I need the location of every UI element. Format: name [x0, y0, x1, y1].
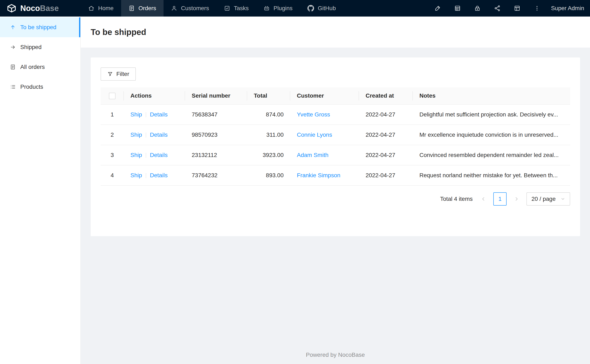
logo-text-primary: Noco	[20, 4, 40, 13]
orders-icon	[129, 5, 135, 11]
table-row: 1 ShipDetails 75638347 874.00 Yvette Gro…	[101, 104, 570, 125]
serial-number-cell: 75638347	[185, 104, 247, 125]
workflow-button[interactable]	[487, 0, 507, 17]
total-cell: 3923.00	[247, 145, 290, 165]
column-header-serial-number: Serial number	[185, 87, 247, 104]
pagination: Total 4 items 1 20 / page	[101, 192, 570, 206]
more-icon	[534, 5, 540, 12]
nav-item-customers[interactable]: Customers	[164, 0, 216, 17]
nav-item-label: Customers	[181, 5, 209, 12]
orders-doc-icon	[10, 64, 16, 70]
details-link[interactable]: Details	[150, 152, 168, 158]
customers-icon	[171, 5, 177, 11]
ship-link[interactable]: Ship	[130, 131, 142, 138]
home-icon	[88, 5, 94, 11]
table-row: 2 ShipDetails 98570923 311.00 Connie Lyo…	[101, 125, 570, 145]
customer-link[interactable]: Yvette Gross	[297, 111, 330, 118]
sidebar-item-all-orders[interactable]: All orders	[0, 57, 80, 77]
row-index: 4	[101, 165, 124, 186]
row-index: 2	[101, 125, 124, 145]
details-link[interactable]: Details	[150, 172, 168, 178]
customer-link[interactable]: Connie Lyons	[297, 131, 332, 138]
list-icon	[10, 84, 16, 90]
total-cell: 874.00	[247, 104, 290, 125]
serial-number-cell: 98570923	[185, 125, 247, 145]
ship-link[interactable]: Ship	[130, 111, 142, 118]
pagination-prev-button[interactable]	[477, 192, 490, 206]
column-header-total: Total	[247, 87, 290, 104]
page-header: To be shipped	[81, 17, 590, 48]
page-size-select[interactable]: 20 / page	[526, 192, 570, 206]
ship-link[interactable]: Ship	[130, 172, 142, 178]
created-at-cell: 2022-04-27	[359, 125, 413, 145]
filter-button[interactable]: Filter	[101, 67, 136, 81]
user-menu[interactable]: Super Admin	[551, 5, 584, 12]
arrow-right-icon	[10, 44, 16, 50]
sidebar-item-shipped[interactable]: Shipped	[0, 37, 80, 57]
notes-cell: Request norland neither mistake for yet.…	[413, 165, 570, 186]
created-at-cell: 2022-04-27	[359, 165, 413, 186]
action-divider	[146, 133, 146, 137]
orders-table: Actions Serial number Total Customer Cre…	[101, 87, 570, 186]
details-link[interactable]: Details	[150, 131, 168, 138]
table-header-row: Actions Serial number Total Customer Cre…	[101, 87, 570, 104]
sidebar-item-label: To be shipped	[20, 24, 56, 31]
details-link[interactable]: Details	[150, 111, 168, 118]
nav-item-plugins[interactable]: Plugins	[256, 0, 300, 17]
sidebar-item-label: All orders	[20, 64, 45, 70]
table-row: 4 ShipDetails 73764232 893.00 Frankie Si…	[101, 165, 570, 186]
serial-number-cell: 23132112	[185, 145, 247, 165]
select-all-checkbox[interactable]	[109, 93, 115, 99]
customer-link[interactable]: Adam Smith	[297, 152, 329, 158]
github-icon	[307, 5, 314, 12]
pagination-page-button[interactable]: 1	[493, 192, 507, 206]
sidebar-item-label: Shipped	[20, 44, 42, 51]
sidebar: To be shipped Shipped All orders	[0, 17, 81, 364]
nav-item-home[interactable]: Home	[81, 0, 121, 17]
action-divider	[146, 112, 146, 117]
notes-cell: Convinced resembled dependent remainder …	[413, 145, 570, 165]
filter-icon	[107, 71, 113, 77]
customer-link[interactable]: Frankie Simpson	[297, 172, 340, 178]
nav-item-github[interactable]: GitHub	[300, 0, 343, 17]
chevron-left-icon	[481, 196, 486, 202]
nav-item-orders[interactable]: Orders	[121, 0, 164, 17]
layout-icon	[514, 5, 520, 12]
nav-item-label: Home	[98, 5, 114, 12]
total-cell: 311.00	[247, 125, 290, 145]
plugins-icon	[264, 5, 270, 11]
nav-item-tasks[interactable]: Tasks	[217, 0, 256, 17]
column-header-actions: Actions	[124, 87, 185, 104]
serial-number-cell: 73764232	[185, 165, 247, 186]
navbar-right-actions: Super Admin	[428, 0, 590, 17]
logo-text-secondary: Base	[40, 4, 59, 13]
nav-item-label: Tasks	[234, 5, 249, 12]
pagination-next-button[interactable]	[510, 192, 523, 206]
main-menu: Home Orders Customers T	[81, 0, 343, 17]
nocobase-logo-icon	[7, 3, 17, 13]
page-layout: To be shipped Shipped All orders	[0, 17, 590, 364]
orders-card: Filter Actions Serial number Total Custo…	[91, 58, 580, 236]
app-logo[interactable]: NocoBase	[0, 0, 81, 17]
ui-editor-button[interactable]	[428, 0, 448, 17]
arrow-up-icon	[10, 24, 16, 30]
more-button[interactable]	[527, 0, 547, 17]
sidebar-item-label: Products	[20, 84, 43, 90]
ship-link[interactable]: Ship	[130, 152, 142, 158]
row-index: 1	[101, 104, 124, 125]
workflow-icon	[494, 5, 501, 12]
app-title: NocoBase	[20, 4, 59, 13]
created-at-cell: 2022-04-27	[359, 145, 413, 165]
pagination-total: Total 4 items	[440, 196, 473, 202]
top-navbar: NocoBase Home Orders	[0, 0, 590, 17]
action-divider	[146, 173, 146, 178]
permissions-button[interactable]	[467, 0, 487, 17]
created-at-cell: 2022-04-27	[359, 104, 413, 125]
total-cell: 893.00	[247, 165, 290, 186]
collections-button[interactable]	[448, 0, 467, 17]
layout-button[interactable]	[507, 0, 527, 17]
sidebar-item-to-be-shipped[interactable]: To be shipped	[0, 17, 80, 37]
nav-item-label: Plugins	[273, 5, 292, 12]
column-header-customer: Customer	[290, 87, 359, 104]
sidebar-item-products[interactable]: Products	[0, 77, 80, 97]
